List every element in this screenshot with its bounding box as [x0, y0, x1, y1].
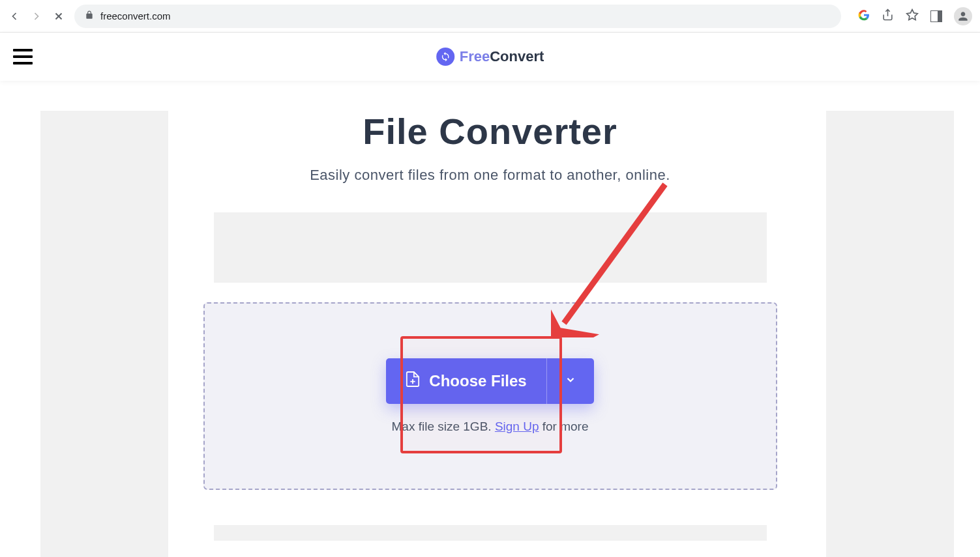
- logo-badge-icon: [436, 48, 454, 66]
- panels-icon[interactable]: [930, 10, 942, 22]
- google-icon[interactable]: [858, 9, 870, 23]
- share-icon[interactable]: [882, 8, 894, 23]
- choose-files-label: Choose Files: [429, 372, 526, 390]
- sign-up-link[interactable]: Sign Up: [495, 420, 539, 433]
- back-button[interactable]: [8, 10, 21, 23]
- max-file-suffix: for more: [539, 420, 588, 433]
- ad-slot-bottom: [214, 525, 767, 541]
- ad-slot-top: [214, 212, 767, 283]
- chevron-down-icon: [565, 374, 576, 388]
- close-button[interactable]: [52, 10, 65, 23]
- max-file-line: Max file size 1GB. Sign Up for more: [391, 420, 588, 434]
- browser-right-icons: [858, 7, 972, 25]
- svg-marker-3: [907, 9, 918, 20]
- main-column: File Converter Easily convert files from…: [203, 110, 777, 541]
- page-title: File Converter: [363, 110, 617, 152]
- forward-button[interactable]: [30, 10, 43, 23]
- svg-rect-5: [938, 10, 942, 22]
- lock-icon: [85, 10, 94, 21]
- file-add-icon: [406, 371, 420, 392]
- site-header: FreeConvert: [0, 33, 980, 81]
- max-file-prefix: Max file size 1GB.: [391, 420, 494, 433]
- url-text: freeconvert.com: [100, 10, 171, 21]
- left-ad-sidebar: [40, 111, 168, 557]
- page-subtitle: Easily convert files from one format to …: [310, 167, 670, 184]
- browser-bar: freeconvert.com: [0, 0, 980, 33]
- profile-avatar[interactable]: [954, 7, 972, 25]
- choose-files-wrap: Choose Files: [386, 358, 593, 404]
- menu-button[interactable]: [13, 49, 33, 64]
- address-bar[interactable]: freeconvert.com: [74, 5, 841, 28]
- bookmark-star-icon[interactable]: [906, 8, 919, 24]
- site-logo[interactable]: FreeConvert: [436, 48, 544, 66]
- choose-files-button[interactable]: Choose Files: [386, 358, 546, 404]
- choose-files-dropdown[interactable]: [547, 358, 594, 404]
- file-dropzone[interactable]: Choose Files Max file size 1GB. Sign Up …: [203, 302, 777, 490]
- page-content: File Converter Easily convert files from…: [0, 81, 980, 541]
- logo-text: FreeConvert: [460, 48, 544, 65]
- right-ad-sidebar: [826, 111, 954, 557]
